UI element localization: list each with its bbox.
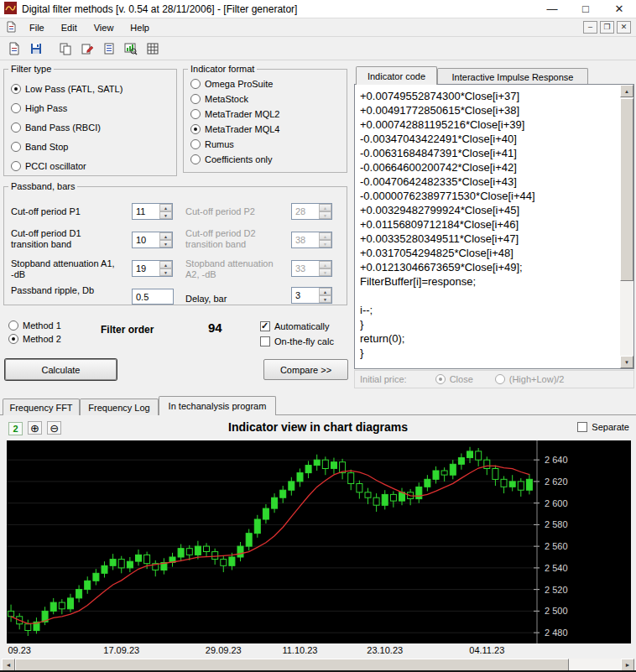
radio-band-pass[interactable]: Band Pass (RBCI) [11, 122, 101, 133]
radio-icon [11, 84, 21, 94]
radio-band-stop[interactable]: Band Stop [11, 142, 68, 152]
radio-high-pass[interactable]: High Pass [11, 103, 67, 113]
edit-icon[interactable] [77, 39, 96, 58]
code-line: -0.00664600200742*Close[i+42] [360, 160, 617, 175]
chart-title: Indicator view in chart diagrams [0, 420, 636, 434]
menu-file[interactable]: File [22, 20, 52, 35]
radio-label: MetaTrader MQL4 [205, 124, 279, 134]
radio-icon [190, 94, 201, 104]
spin-down-icon[interactable]: ▼ [159, 268, 172, 276]
radio-close-price: Close [435, 374, 473, 384]
a1-spinner[interactable]: 19 ▲▼ [132, 260, 173, 277]
title-bar: Digital filter methods [v. 0.54 at 28/11… [0, 0, 636, 18]
svg-text:2 500: 2 500 [545, 606, 568, 616]
tab-indicator-code[interactable]: Indicator code [356, 66, 437, 85]
code-line: i--; [360, 303, 617, 317]
spin-up-icon[interactable]: ▲ [319, 288, 331, 295]
mdi-restore-icon[interactable]: ❐ [600, 21, 614, 34]
spin-up-icon[interactable]: ▲ [159, 204, 172, 211]
d1-label: Cut-off period D1 transition band [11, 228, 112, 250]
scroll-thumb[interactable] [15, 659, 569, 671]
radio-icon [11, 161, 21, 171]
delay-spinner[interactable]: 3 ▲▼ [291, 287, 332, 304]
menu-help[interactable]: Help [123, 20, 157, 35]
price-chart[interactable]: 2 4802 5002 5202 5402 5602 5802 6002 620… [7, 440, 631, 643]
indicator-code-area[interactable]: +0.00749552874300*Close[i+37] +0.0049177… [354, 84, 634, 369]
code-line: } [360, 317, 617, 331]
tab-frequency-fft[interactable]: Frequency FFT [3, 399, 80, 415]
menu-view[interactable]: View [86, 20, 122, 35]
radio-mql4[interactable]: MetaTrader MQL4 [190, 124, 279, 134]
radio-metastock[interactable]: MetaStock [190, 94, 248, 104]
radio-mql2[interactable]: MetaTrader MQL2 [190, 109, 279, 119]
scroll-thumb[interactable] [620, 98, 633, 281]
new-icon[interactable] [4, 39, 23, 58]
grid-icon[interactable] [143, 39, 162, 58]
indicator-format-group: Indicator format Omega ProSuite MetaStoc… [183, 64, 347, 173]
radio-label: (High+Low)/2 [509, 374, 565, 384]
code-vertical-scrollbar[interactable]: ▲ ▼ [620, 85, 633, 368]
radio-icon [190, 124, 201, 134]
menu-bar: File Edit View Help – ❐ ✕ [0, 18, 636, 37]
spin-up-icon[interactable]: ▲ [159, 232, 172, 240]
save-icon[interactable] [26, 39, 45, 58]
calculate-button[interactable]: Calculate [5, 359, 117, 380]
radio-icon [190, 109, 201, 119]
radio-method-1[interactable]: Method 1 [8, 320, 61, 331]
chart-zoom-icon[interactable] [121, 39, 140, 58]
copy-icon[interactable] [55, 39, 75, 58]
svg-text:2 640: 2 640 [545, 455, 568, 465]
minimize-icon[interactable]: — [535, 0, 569, 18]
chart-horizontal-scrollbar[interactable]: ◄ ► [2, 659, 634, 671]
svg-text:2 480: 2 480 [545, 628, 568, 638]
p1-spinner[interactable]: 11 ▲▼ [132, 203, 173, 220]
code-line: +0.00749552874300*Close[i+37] [360, 89, 617, 103]
tab-frequency-log[interactable]: Frequency Log [80, 399, 159, 415]
checkbox-label: Separate [592, 422, 629, 432]
checkbox-icon [260, 321, 270, 331]
ripple-input[interactable]: 0.5 [132, 289, 174, 305]
radio-omega[interactable]: Omega ProSuite [190, 79, 273, 89]
radio-label: Coefficients only [205, 154, 273, 164]
maximize-icon[interactable]: □ [569, 0, 602, 18]
report-icon[interactable] [99, 39, 118, 58]
radio-method-2[interactable]: Method 2 [8, 334, 61, 344]
scroll-right-icon[interactable]: ► [621, 659, 634, 671]
separate-checkbox[interactable]: Separate [577, 422, 629, 432]
radio-label: Low Pass (FATL, SATL) [25, 84, 123, 94]
radio-low-pass[interactable]: Low Pass (FATL, SATL) [11, 84, 123, 94]
menu-edit[interactable]: Edit [54, 20, 85, 35]
d1-spinner[interactable]: 10 ▲▼ [132, 232, 173, 248]
radio-label: MetaStock [205, 94, 248, 104]
close-icon[interactable]: ✕ [602, 0, 636, 18]
radio-coefficients[interactable]: Coefficients only [190, 154, 273, 164]
tab-techanalysis[interactable]: In techanalysis program [159, 396, 276, 415]
radio-label: MetaTrader MQL2 [205, 109, 279, 119]
spin-down-icon[interactable]: ▼ [159, 240, 172, 247]
code-line: -0.00347043422491*Close[i+40] [360, 132, 617, 146]
spin-up-icon[interactable]: ▲ [159, 261, 172, 268]
scroll-down-icon[interactable]: ▼ [620, 356, 633, 368]
code-line: return(0); [360, 331, 617, 346]
radio-icon [8, 334, 18, 344]
automatically-checkbox[interactable]: Automatically [260, 321, 329, 331]
tab-impulse-response[interactable]: Interactive Impulse Response [437, 68, 588, 85]
scroll-up-icon[interactable]: ▲ [620, 85, 633, 97]
radio-pcci[interactable]: PCCI oscillator [11, 161, 86, 171]
mdi-close-icon[interactable]: ✕ [617, 21, 631, 34]
scroll-track[interactable] [569, 659, 621, 671]
spin-down-icon[interactable]: ▼ [159, 211, 172, 219]
mdi-minimize-icon[interactable]: – [583, 21, 597, 34]
svg-text:2 580: 2 580 [545, 519, 568, 529]
onfly-checkbox[interactable]: On-the-fly calc [260, 336, 334, 346]
filter-order-value: 94 [208, 322, 222, 333]
radio-high-low-price: (High+Low)/2 [495, 374, 565, 384]
code-line [360, 289, 617, 303]
radio-rumus[interactable]: Rumus [190, 139, 234, 149]
scroll-left-icon[interactable]: ◄ [2, 659, 15, 671]
compare-button[interactable]: Compare >> [263, 359, 348, 380]
radio-icon [495, 374, 505, 384]
spin-down-icon[interactable]: ▼ [319, 295, 331, 303]
x-axis-label: 09.23 [8, 645, 31, 655]
code-text: +0.00749552874300*Close[i+37] +0.0049177… [360, 89, 617, 367]
